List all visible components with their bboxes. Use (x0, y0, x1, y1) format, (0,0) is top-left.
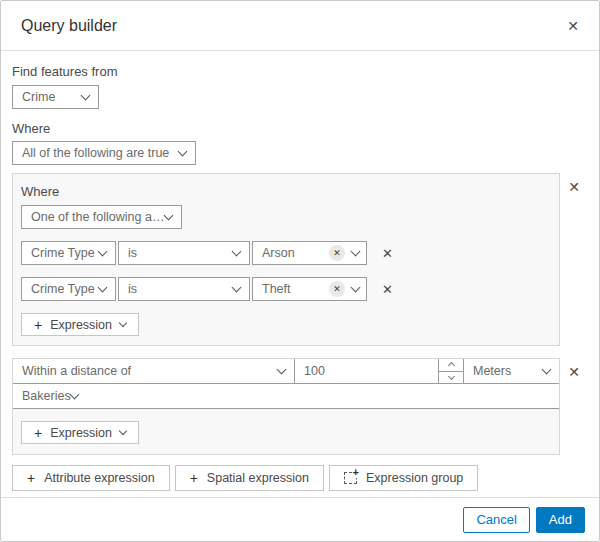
target-layer-select[interactable]: Bakeries (13, 384, 559, 408)
chevron-down-icon (98, 246, 108, 256)
add-spatial-expression-button[interactable]: + Spatial expression (175, 465, 324, 491)
delete-group-icon[interactable]: ✕ (564, 178, 584, 196)
target-layer-value: Bakeries (22, 389, 71, 403)
chevron-down-icon (232, 282, 242, 292)
field-select-value: Crime Type (31, 282, 99, 296)
add-expression-button[interactable]: + Expression (21, 421, 139, 444)
spatial-operator-select[interactable]: Within a distance of (13, 359, 294, 383)
field-select-value: Crime Type (31, 246, 99, 260)
query-builder-dialog: Query builder ✕ Find features from Crime… (0, 0, 600, 542)
clear-value-icon[interactable]: ✕ (329, 245, 345, 261)
condition-row-2: Crime Type is Theft ✕ ✕ (21, 277, 551, 301)
chevron-down-icon (351, 246, 361, 256)
layer-select-value: Crime (22, 90, 82, 104)
attribute-expression-label: Attribute expression (44, 471, 154, 485)
close-icon[interactable]: ✕ (563, 17, 583, 35)
operator-select[interactable]: is (118, 277, 250, 301)
add-expression-label: Expression (50, 426, 112, 440)
group1-operator-select[interactable]: One of the following are tr... (21, 205, 182, 229)
add-expression-label: Expression (50, 318, 112, 332)
spatial-operator-value: Within a distance of (22, 364, 278, 378)
chevron-down-icon (232, 246, 242, 256)
spatial-expression-label: Spatial expression (207, 471, 309, 485)
chevron-down-icon (119, 426, 127, 434)
distance-input[interactable] (295, 359, 438, 383)
group1-where-label: Where (21, 184, 551, 200)
expression-group-2: Within a distance of Meters (12, 358, 560, 455)
expression-group-2-row: Within a distance of Meters (12, 358, 588, 455)
value-combobox[interactable]: Theft ✕ (252, 277, 367, 301)
stepper-up-icon[interactable] (439, 359, 463, 372)
add-attribute-expression-button[interactable]: + Attribute expression (12, 465, 170, 491)
plus-icon: + (190, 471, 198, 485)
add-button[interactable]: Add (536, 507, 585, 533)
expression-group-1: Where One of the following are tr... Cri… (12, 173, 560, 346)
unit-select[interactable]: Meters (463, 359, 559, 383)
unit-select-value: Meters (473, 364, 543, 378)
plus-icon: + (352, 467, 360, 478)
find-features-label: Find features from (12, 64, 588, 80)
dialog-footer: Cancel Add (1, 497, 599, 541)
plus-icon: + (34, 426, 42, 440)
field-select[interactable]: Crime Type (21, 277, 116, 301)
where-label: Where (12, 121, 588, 137)
chevron-down-icon (351, 282, 361, 292)
top-operator-select[interactable]: All of the following are true (12, 141, 196, 165)
condition-row-1: Crime Type is Arson ✕ ✕ (21, 241, 551, 265)
delete-group-icon[interactable]: ✕ (564, 363, 584, 381)
chevron-down-icon (542, 364, 552, 374)
chevron-down-icon (178, 146, 188, 156)
field-select[interactable]: Crime Type (21, 241, 116, 265)
dialog-body: Find features from Crime Where All of th… (1, 51, 599, 497)
delete-condition-icon[interactable]: ✕ (378, 281, 397, 298)
value-combobox-value: Arson (262, 246, 325, 260)
chevron-down-icon (164, 210, 174, 220)
chevron-down-icon (69, 389, 79, 399)
expression-group-1-row: Where One of the following are tr... Cri… (12, 173, 588, 346)
clear-value-icon[interactable]: ✕ (329, 281, 345, 297)
operator-select-value: is (128, 246, 233, 260)
chevron-down-icon (98, 282, 108, 292)
chevron-down-icon (81, 90, 91, 100)
add-expression-button[interactable]: + Expression (21, 313, 139, 336)
add-expression-group-button[interactable]: + Expression group (329, 465, 478, 491)
plus-icon: + (34, 318, 42, 332)
top-operator-value: All of the following are true (22, 146, 179, 160)
operator-select[interactable]: is (118, 241, 250, 265)
value-combobox[interactable]: Arson ✕ (252, 241, 367, 265)
dialog-header: Query builder ✕ (1, 1, 599, 51)
distance-input-cell (294, 359, 438, 383)
expression-group-icon: + (344, 472, 357, 484)
delete-condition-icon[interactable]: ✕ (378, 245, 397, 262)
expression-actions: + Attribute expression + Spatial express… (12, 465, 588, 491)
operator-select-value: is (128, 282, 233, 296)
stepper-down-icon[interactable] (439, 372, 463, 384)
distance-stepper (438, 359, 463, 383)
expression-group-label: Expression group (366, 471, 463, 485)
value-combobox-value: Theft (262, 282, 325, 296)
plus-icon: + (27, 471, 35, 485)
dialog-title: Query builder (21, 17, 563, 35)
layer-select[interactable]: Crime (12, 85, 99, 109)
group1-operator-value: One of the following are tr... (31, 210, 165, 224)
chevron-down-icon (277, 364, 287, 374)
chevron-down-icon (119, 318, 127, 326)
cancel-button[interactable]: Cancel (463, 507, 529, 533)
